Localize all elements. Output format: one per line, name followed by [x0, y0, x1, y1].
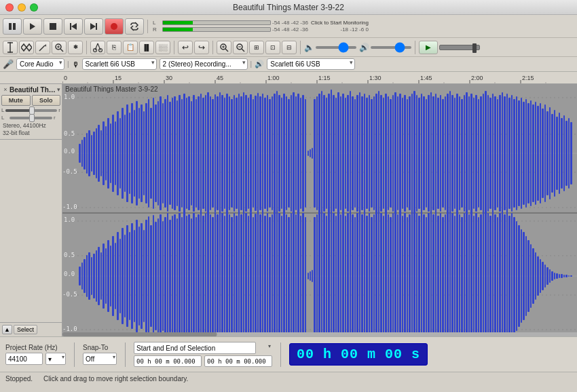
zoom-fit-button[interactable]: ⊡ [265, 41, 280, 54]
headphone-icon: 🔊 [359, 43, 369, 52]
svg-rect-218 [397, 96, 398, 210]
multi-tool-button[interactable]: ✱ [68, 41, 83, 54]
footer-separator-1 [74, 342, 75, 367]
copy-button[interactable]: ⎘ [107, 41, 122, 54]
zoom-in-button[interactable] [217, 41, 231, 54]
svg-rect-195 [342, 94, 344, 213]
svg-rect-403 [342, 212, 344, 336]
svg-rect-202 [359, 92, 360, 214]
svg-rect-124 [174, 96, 176, 210]
end-time-input[interactable] [204, 355, 272, 367]
project-rate-dropdown[interactable]: ▾ [45, 353, 66, 365]
core-audio-dropdown[interactable]: Core Audio [16, 58, 64, 70]
stop-button[interactable] [43, 18, 62, 35]
svg-rect-95 [105, 126, 107, 180]
loop-button[interactable] [125, 18, 144, 35]
project-rate-dropdown-wrapper: ▾ [45, 353, 66, 365]
svg-rect-284 [554, 110, 555, 197]
redo-button[interactable]: ↪ [194, 41, 209, 54]
stopped-status: Stopped. [5, 375, 33, 383]
speaker-icon: 🔈 [304, 43, 314, 52]
undo-button[interactable]: ↩ [178, 41, 193, 54]
svg-rect-277 [537, 106, 539, 201]
record-button[interactable] [105, 18, 124, 35]
zoom-tool-button[interactable] [52, 41, 67, 54]
svg-rect-189 [328, 94, 330, 213]
pan-l-label: L [1, 115, 8, 121]
close-button[interactable] [5, 3, 14, 12]
waveform-area[interactable]: Beautiful Things Master 3-9-22 1.0 0.5 0… [62, 84, 577, 336]
play-button[interactable] [23, 18, 42, 35]
snap-to-dropdown[interactable]: Off [83, 353, 117, 365]
play-speed-slider[interactable] [439, 45, 480, 50]
output-device-dropdown[interactable]: Scarlett 6i6 USB [267, 58, 355, 70]
project-rate-input[interactable] [5, 353, 43, 365]
svg-rect-217 [394, 92, 396, 214]
play-at-speed-button[interactable]: ▶ [419, 41, 438, 54]
pause-button[interactable] [3, 18, 22, 35]
svg-rect-140 [212, 99, 214, 208]
svg-rect-100 [117, 111, 119, 195]
svg-rect-475 [513, 217, 515, 335]
svg-rect-231 [428, 95, 430, 212]
footer-bar: Project Rate (Hz) ▾ Snap-To Off Start an… [0, 336, 577, 372]
ibeam-tool-button[interactable] [3, 41, 18, 54]
solo-button[interactable]: Solo [32, 95, 61, 106]
svg-rect-184 [316, 96, 318, 210]
svg-rect-171 [286, 96, 287, 210]
track-name-row: × Beautiful Thin… ▾ [1, 85, 60, 94]
svg-rect-111 [143, 111, 145, 195]
track-panel: × Beautiful Thin… ▾ Mute Solo L r L [0, 84, 62, 336]
svg-rect-274 [530, 100, 532, 206]
svg-rect-303 [105, 248, 107, 304]
pan-thumb[interactable] [29, 114, 35, 122]
svg-rect-154 [245, 95, 247, 212]
svg-rect-222 [407, 99, 408, 208]
zoom-out-button[interactable] [233, 41, 248, 54]
paste-button[interactable]: 📋 [123, 41, 138, 54]
collapse-icon[interactable]: ▲ [2, 325, 12, 334]
svg-rect-402 [340, 214, 341, 336]
svg-rect-275 [532, 104, 534, 202]
channels-dropdown[interactable]: 2 (Stereo) Recording... [160, 58, 248, 70]
svg-rect-121 [167, 95, 168, 212]
svg-rect-383 [295, 214, 297, 336]
svg-rect-486 [540, 259, 541, 293]
track-buttons: Mute Solo [1, 95, 60, 106]
skip-forward-button[interactable] [84, 18, 103, 35]
start-time-input[interactable] [134, 355, 202, 367]
svg-rect-436 [421, 212, 422, 336]
track-menu-icon[interactable]: ▾ [57, 86, 60, 93]
mic-input-dropdown[interactable]: Scarlett 6i6 USB [82, 58, 157, 70]
svg-rect-134 [198, 96, 200, 210]
svg-rect-481 [527, 240, 529, 312]
select-button[interactable]: Select [14, 325, 37, 334]
track-close-button[interactable]: × [1, 85, 10, 94]
svg-rect-220 [402, 98, 403, 209]
trim-button[interactable]: ▐▌ [139, 41, 154, 54]
svg-rect-159 [257, 93, 259, 214]
svg-rect-253 [480, 96, 482, 210]
draw-tool-button[interactable] [35, 41, 50, 54]
svg-rect-368 [259, 214, 261, 336]
output-slider[interactable] [371, 46, 411, 49]
svg-rect-1 [13, 23, 16, 30]
envelope-tool-button[interactable] [19, 41, 34, 54]
selection-format-dropdown[interactable]: Start and End of Selection [134, 342, 256, 354]
mute-button[interactable]: Mute [1, 95, 31, 106]
zoom-selection-button[interactable]: ⊞ [249, 41, 264, 54]
zoom-fit-vert-button[interactable]: ⊟ [282, 41, 297, 54]
maximize-button[interactable] [30, 3, 38, 12]
gain-thumb[interactable] [29, 106, 35, 115]
silence-button[interactable]: ░░ [155, 41, 170, 54]
title-bar: Beautiful Things Master 3-9-22 [0, 0, 577, 15]
svg-rect-489 [546, 267, 548, 285]
volume-slider[interactable] [316, 46, 356, 49]
cut-button[interactable] [90, 41, 105, 54]
skip-back-button[interactable] [64, 18, 83, 35]
svg-rect-225 [413, 91, 415, 216]
selection-section: Start and End of Selection [134, 342, 272, 367]
svg-rect-339 [191, 218, 192, 334]
minimize-button[interactable] [18, 3, 26, 12]
svg-rect-268 [516, 96, 517, 210]
